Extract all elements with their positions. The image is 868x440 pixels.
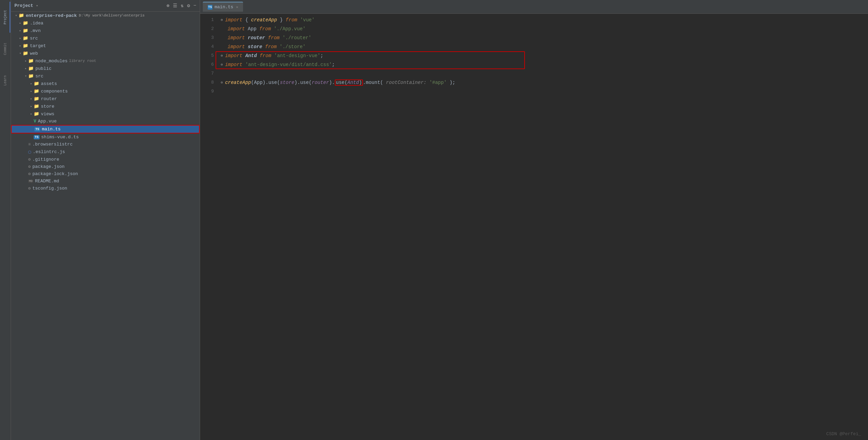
collapse-icon[interactable]: ☰ xyxy=(173,3,177,9)
code-line-7 xyxy=(221,69,868,78)
src-arrow xyxy=(23,74,28,78)
eslint-icon: ◯ xyxy=(28,149,31,155)
tab-project-label: Project xyxy=(3,10,7,24)
tree-item-gitignore[interactable]: ⚙ .gitignore xyxy=(11,156,200,163)
mvn-label: .mvn xyxy=(30,28,41,33)
tree-item-eslint[interactable]: ◯ .eslintrc.js xyxy=(11,148,200,156)
src-label: src xyxy=(35,74,43,79)
gitignore-label: .gitignore xyxy=(32,157,59,162)
browserslist-icon: ≡ xyxy=(28,142,31,147)
code-line-9 xyxy=(221,87,868,96)
components-label: components xyxy=(41,89,68,94)
store-label: store xyxy=(41,104,54,109)
web-folder-icon: 📁 xyxy=(23,51,28,56)
tab-commit[interactable]: Commit xyxy=(1,33,10,64)
tree-item-tsconfig[interactable]: ⚙ tsconfig.json xyxy=(11,185,200,192)
tsconfig-label: tsconfig.json xyxy=(32,186,67,191)
root-path: D:\My work\delivery\enterpris xyxy=(79,13,144,18)
tab-close-icon[interactable]: ✕ xyxy=(236,5,239,9)
tree-item-maints[interactable]: TS main.ts xyxy=(11,125,200,133)
idea-label: .idea xyxy=(30,21,43,26)
root-project-name: enterprise-red-pack xyxy=(26,13,77,18)
library-root-label: library root xyxy=(69,59,96,63)
root-folder-icon: 📁 xyxy=(19,13,24,18)
appvue-label: App.vue xyxy=(38,119,57,124)
filter-icon[interactable]: ⇅ xyxy=(181,3,184,9)
packagejson-icon: ⚙ xyxy=(28,164,31,169)
settings-icon[interactable]: ⚙ xyxy=(187,3,190,9)
views-arrow xyxy=(29,111,34,116)
locate-icon[interactable]: ⊕ xyxy=(166,3,169,9)
tree-root[interactable]: 📁 enterprise-red-pack D:\My work\deliver… xyxy=(11,12,200,19)
maints-label: main.ts xyxy=(42,127,61,132)
tree-item-idea[interactable]: 📁 .idea xyxy=(11,19,200,27)
code-line-8: ⊕ createApp(App).use(store).use(router).… xyxy=(221,78,868,87)
mvn-arrow xyxy=(18,28,23,33)
code-editor[interactable]: 1 2 3 4 5 6 7 8 9 ⊕ import { createApp }… xyxy=(200,14,868,440)
browserslist-label: .browserslistrc xyxy=(32,142,73,147)
tree-item-packagejson[interactable]: ⚙ package.json xyxy=(11,163,200,170)
tab-learn[interactable]: Learn xyxy=(1,65,10,96)
assets-arrow xyxy=(29,81,34,86)
src-root-folder-icon: 📁 xyxy=(23,35,28,41)
public-label: public xyxy=(35,66,52,71)
components-folder-icon: 📁 xyxy=(34,88,39,94)
tree-item-target[interactable]: 📁 target xyxy=(11,42,200,50)
views-folder-icon: 📁 xyxy=(34,111,39,117)
tree-item-assets[interactable]: 📁 assets xyxy=(11,80,200,87)
node-modules-folder-icon: 📁 xyxy=(28,58,34,64)
tree-item-shims[interactable]: TS shims-vue.d.ts xyxy=(11,133,200,141)
readme-icon: MD xyxy=(28,180,33,183)
readme-label: README.md xyxy=(35,179,59,184)
idea-folder-icon: 📁 xyxy=(23,20,28,26)
tree-item-mvn[interactable]: 📁 .mvn xyxy=(11,27,200,34)
minimize-icon[interactable]: − xyxy=(194,3,196,9)
tab-maints-label: main.ts xyxy=(215,4,233,10)
shims-label: shims-vue.d.ts xyxy=(41,135,79,140)
tab-project[interactable]: Project xyxy=(1,2,10,33)
tab-commit-label: Commit xyxy=(3,43,7,55)
tree-item-store[interactable]: 📁 store xyxy=(11,103,200,110)
code-lines: ⊕ import { createApp } from 'vue' import… xyxy=(217,15,868,438)
tab-maints-icon: TS xyxy=(208,5,212,10)
tree-item-appvue[interactable]: V App.vue xyxy=(11,118,200,125)
tsconfig-icon: ⚙ xyxy=(28,186,31,191)
shims-icon: TS xyxy=(34,135,40,139)
node-modules-label: node_modules xyxy=(35,58,68,64)
tree-item-node-modules[interactable]: 📁 node_modules library root xyxy=(11,57,200,65)
target-arrow xyxy=(18,43,23,48)
tree-item-src-root[interactable]: 📁 src xyxy=(11,34,200,42)
tree-item-public[interactable]: 📁 public xyxy=(11,65,200,72)
router-label: router xyxy=(41,96,57,101)
node-modules-arrow xyxy=(23,58,28,63)
web-arrow xyxy=(18,51,23,56)
appvue-icon: V xyxy=(34,119,36,124)
sidebar-title: Project xyxy=(14,3,33,8)
tree-item-readme[interactable]: MD README.md xyxy=(11,178,200,185)
code-line-2: import App from './App.vue' xyxy=(221,24,868,33)
maints-icon: TS xyxy=(34,127,40,131)
tree-item-src[interactable]: 📁 src xyxy=(11,72,200,80)
tab-bar: TS main.ts ✕ xyxy=(200,0,868,14)
src-root-arrow xyxy=(18,36,23,41)
code-line-5: ⊕ import Antd from 'ant-design-vue'; xyxy=(221,51,868,60)
public-arrow xyxy=(23,66,28,71)
public-folder-icon: 📁 xyxy=(28,66,34,71)
tree-item-packagelockjson[interactable]: ⚙ package-lock.json xyxy=(11,170,200,178)
tree-item-components[interactable]: 📁 components xyxy=(11,87,200,95)
router-folder-icon: 📁 xyxy=(34,96,39,101)
tree-item-router[interactable]: 📁 router xyxy=(11,95,200,103)
packagelockjson-label: package-lock.json xyxy=(32,171,78,176)
store-folder-icon: 📁 xyxy=(34,104,39,109)
tab-learn-label: Learn xyxy=(3,75,7,86)
code-line-6: ⊕ import 'ant-design-vue/dist/antd.css'; xyxy=(221,60,868,69)
tab-maints[interactable]: TS main.ts ✕ xyxy=(203,2,243,12)
tree-item-browserslist[interactable]: ≡ .browserslistrc xyxy=(11,141,200,148)
code-content: 1 2 3 4 5 6 7 8 9 ⊕ import { createApp }… xyxy=(200,14,868,440)
tree-item-web[interactable]: 📁 web xyxy=(11,50,200,57)
mvn-folder-icon: 📁 xyxy=(23,28,28,33)
line-numbers: 1 2 3 4 5 6 7 8 9 xyxy=(200,15,217,438)
tree-item-views[interactable]: 📁 views xyxy=(11,110,200,118)
sidebar-dropdown-icon[interactable]: ▾ xyxy=(36,3,39,8)
vertical-tab-bar: Project Commit Learn xyxy=(0,0,11,440)
